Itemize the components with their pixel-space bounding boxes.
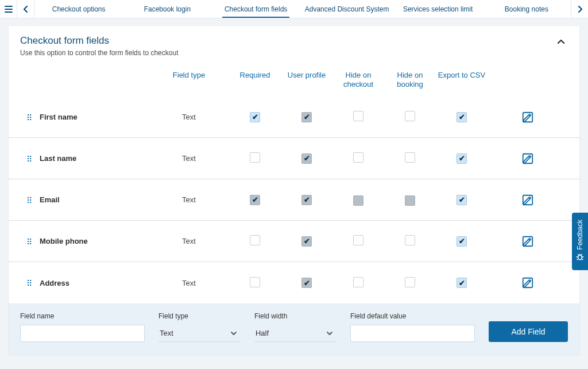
checkbox[interactable] (457, 195, 467, 205)
col-hide-checkout: Hide on checkout (332, 71, 384, 89)
edit-icon[interactable] (521, 235, 534, 248)
edit-icon[interactable] (521, 194, 534, 206)
table-header-row: Field type Required User profile Hide on… (9, 63, 579, 97)
drag-handle-icon[interactable] (26, 114, 33, 121)
svg-rect-4 (523, 278, 533, 288)
svg-rect-0 (523, 112, 533, 122)
hamburger-menu-icon[interactable] (0, 0, 17, 18)
field-type-select[interactable]: Text (158, 325, 241, 342)
checkbox[interactable] (353, 235, 363, 245)
field-type-value: Text (149, 237, 229, 245)
edit-icon[interactable] (521, 111, 534, 124)
checkbox[interactable] (457, 153, 467, 164)
checkbox (353, 195, 363, 206)
field-width-select[interactable]: Half (254, 325, 336, 342)
table-row: Last nameText (9, 138, 579, 179)
field-width-label: Field width (254, 312, 336, 320)
panel-header: Checkout form fields Use this option to … (9, 26, 579, 63)
field-type-value: Text (149, 113, 229, 121)
field-type-value: Text (149, 279, 229, 287)
chevron-down-icon (230, 329, 237, 337)
tab-facebook-login[interactable]: Facebook login (123, 0, 211, 18)
checkbox[interactable] (250, 277, 260, 287)
col-user-profile: User profile (281, 71, 332, 80)
table-row: First nameText (9, 97, 579, 138)
field-type-label: Field type (158, 312, 241, 320)
edit-icon[interactable] (521, 276, 534, 289)
checkout-form-fields-panel: Checkout form fields Use this option to … (8, 25, 580, 304)
svg-rect-2 (523, 195, 533, 205)
checkbox (405, 195, 415, 206)
panel-subtitle: Use this option to control the form fiel… (20, 49, 178, 57)
table-row: EmailText (9, 179, 579, 221)
field-name: Email (40, 195, 149, 204)
add-field-button[interactable]: Add Field (489, 321, 568, 342)
panel-title: Checkout form fields (20, 35, 178, 47)
svg-rect-1 (523, 153, 533, 163)
tab-services-selection-limit[interactable]: Services selection limit (394, 0, 482, 18)
checkbox[interactable] (353, 111, 363, 121)
field-type-value: Text (160, 329, 173, 337)
col-field-type: Field type (149, 71, 229, 79)
field-name-input[interactable] (20, 325, 145, 342)
table-row: Mobile phoneText (9, 221, 579, 262)
add-field-bar: Field name Field type Text Field width H… (8, 304, 580, 355)
svg-rect-3 (523, 236, 533, 246)
checkbox[interactable] (405, 152, 415, 163)
feedback-tab[interactable]: Feedback (572, 213, 588, 270)
tab-booking-notes[interactable]: Booking notes (482, 0, 571, 18)
checkbox (301, 195, 312, 205)
tab-advanced-discount-system[interactable]: Advanced Discount System (300, 0, 394, 18)
checkbox[interactable] (250, 152, 260, 163)
checkbox (250, 195, 260, 205)
drag-handle-icon[interactable] (26, 155, 33, 162)
feedback-label: Feedback (576, 220, 584, 250)
field-name-label: Field name (20, 312, 145, 320)
field-type-value: Text (149, 154, 229, 163)
chevron-down-icon (326, 329, 333, 337)
field-name: Last name (40, 154, 149, 163)
tabs-scroll-right[interactable] (571, 0, 588, 18)
checkbox[interactable] (353, 277, 363, 287)
checkbox (301, 153, 312, 164)
checkbox[interactable] (353, 152, 363, 163)
checkbox[interactable] (457, 278, 467, 288)
col-hide-booking: Hide on booking (384, 71, 436, 89)
field-name: Mobile phone (40, 237, 149, 245)
checkbox[interactable] (457, 112, 467, 122)
checkbox[interactable] (457, 236, 467, 247)
col-required: Required (229, 71, 281, 80)
checkbox (301, 278, 312, 288)
field-default-label: Field default value (350, 312, 475, 320)
edit-icon[interactable] (521, 152, 534, 165)
checkbox[interactable] (405, 111, 415, 121)
drag-handle-icon[interactable] (26, 238, 33, 245)
tabs-scroll-left[interactable] (17, 0, 34, 18)
field-width-value: Half (256, 329, 269, 337)
bug-icon (576, 253, 584, 263)
checkbox (301, 112, 312, 122)
drag-handle-icon[interactable] (26, 197, 33, 203)
table-row: AddressText (9, 262, 579, 303)
field-name: First name (40, 113, 149, 121)
checkbox[interactable] (405, 277, 415, 287)
checkbox (301, 236, 312, 247)
field-type-value: Text (149, 195, 229, 204)
field-name: Address (40, 279, 149, 287)
tab-checkout-options[interactable]: Checkout options (34, 0, 123, 18)
checkbox[interactable] (250, 235, 260, 245)
panel-collapse-button[interactable] (554, 35, 568, 49)
tabs-container: Checkout optionsFacebook loginCheckout f… (34, 0, 571, 18)
drag-handle-icon[interactable] (26, 279, 33, 286)
checkbox[interactable] (250, 112, 260, 122)
tab-checkout-form-fields[interactable]: Checkout form fields (212, 0, 300, 18)
checkbox[interactable] (405, 235, 415, 245)
top-tab-bar: Checkout optionsFacebook loginCheckout f… (0, 0, 588, 18)
col-export-csv: Export to CSV (436, 71, 488, 80)
field-default-input[interactable] (350, 325, 475, 342)
